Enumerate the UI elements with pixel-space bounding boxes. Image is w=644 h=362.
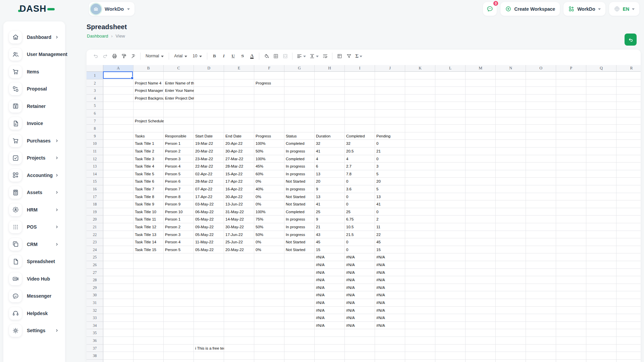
cell-J17[interactable]: 13	[375, 193, 405, 201]
cell-E21[interactable]: 30-May-22	[224, 223, 254, 231]
row-header-2[interactable]: 2	[87, 79, 103, 87]
cell-C19[interactable]: Person 10	[164, 208, 194, 216]
cell-I27[interactable]: #N/A	[345, 269, 375, 277]
column-header-H[interactable]: H	[315, 65, 345, 72]
select-all-corner[interactable]	[87, 65, 103, 72]
cell-D19[interactable]: 06-May-22	[194, 208, 224, 216]
row-header-11[interactable]: 11	[87, 147, 103, 155]
sidebar-item-video-hub[interactable]: Video Hub	[3, 270, 65, 288]
cell-B7[interactable]: Project Schedule	[133, 117, 164, 125]
cell-B21[interactable]: Task Title 12	[133, 223, 164, 231]
cell-H33[interactable]: #N/A	[315, 314, 345, 322]
row-header-9[interactable]: 9	[87, 132, 103, 140]
cell-C24[interactable]: Person 5	[164, 246, 194, 254]
row-header-14[interactable]: 14	[87, 170, 103, 178]
cell-D16[interactable]: 07-Apr-22	[194, 185, 224, 193]
cell-J18[interactable]: 41	[375, 200, 405, 208]
cell-I24[interactable]: 0	[345, 246, 375, 254]
cell-H12[interactable]: 4	[315, 155, 345, 163]
cell-F21[interactable]: 50%	[254, 223, 284, 231]
cell-B18[interactable]: Task Title 9	[133, 200, 164, 208]
cell-J32[interactable]: #N/A	[375, 307, 405, 314]
cell-D9[interactable]: Start Date	[194, 132, 224, 140]
cell-J34[interactable]: #N/A	[375, 322, 405, 329]
row-header-29[interactable]: 29	[87, 284, 103, 292]
clear-format-button[interactable]	[129, 52, 138, 60]
merge-cells-button[interactable]	[281, 52, 289, 60]
column-header-C[interactable]: C	[164, 65, 194, 72]
cell-C14[interactable]: Person 5	[164, 170, 194, 178]
cell-C21[interactable]: Person 2	[164, 223, 194, 231]
column-header-A[interactable]: A	[103, 65, 133, 72]
cell-E19[interactable]: 31-May-22	[224, 208, 254, 216]
cell-I30[interactable]: #N/A	[345, 291, 375, 299]
cell-J22[interactable]: 22	[375, 231, 405, 239]
sidebar-item-spreadsheet[interactable]: Spreadsheet	[3, 253, 65, 270]
cell-I19[interactable]: 25	[345, 208, 375, 216]
cell-E22[interactable]: 17-Jun-22	[224, 231, 254, 239]
cell-D21[interactable]: 09-May-22	[194, 223, 224, 231]
cell-F22[interactable]: 50%	[254, 231, 284, 239]
cell-F18[interactable]: 0%	[254, 200, 284, 208]
sidebar-item-retainer[interactable]: Retainer	[3, 98, 65, 115]
cell-C12[interactable]: Person 3	[164, 155, 194, 163]
cell-J25[interactable]: #N/A	[375, 253, 405, 261]
cell-E12[interactable]: 27-Mar-22	[224, 155, 254, 163]
cell-F16[interactable]: 40%	[254, 185, 284, 193]
cell-J19[interactable]: 0	[375, 208, 405, 216]
cell-E18[interactable]: 13-Jun-22	[224, 200, 254, 208]
back-button[interactable]	[625, 34, 637, 46]
cell-F2[interactable]: OverallProgress	[254, 79, 284, 87]
cell-C18[interactable]: Person 9	[164, 200, 194, 208]
sidebar-item-pos[interactable]: POS	[3, 219, 65, 236]
cell-H30[interactable]: #N/A	[315, 291, 345, 299]
cell-G20[interactable]: In progress	[284, 216, 315, 223]
column-header-E[interactable]: E	[224, 65, 254, 72]
row-header-24[interactable]: 24	[87, 246, 103, 254]
cell-B22[interactable]: Task Title 13	[133, 231, 164, 239]
breadcrumb-dashboard-link[interactable]: Dashboard	[87, 34, 108, 39]
cell-G18[interactable]: Not Started	[284, 200, 315, 208]
cell-H20[interactable]: 9	[315, 216, 345, 223]
cell-J9[interactable]: Pending	[375, 132, 405, 140]
row-header-21[interactable]: 21	[87, 223, 103, 231]
cell-H13[interactable]: 6	[315, 163, 345, 170]
row-header-23[interactable]: 23	[87, 238, 103, 246]
cell-I12[interactable]: 4	[345, 155, 375, 163]
cell-F11[interactable]: 50%	[254, 147, 284, 155]
column-header-I[interactable]: I	[345, 65, 375, 72]
row-header-13[interactable]: 13	[87, 163, 103, 170]
row-header-16[interactable]: 16	[87, 185, 103, 193]
cell-I14[interactable]: 7.8	[345, 170, 375, 178]
sidebar-item-assets[interactable]: Assets	[3, 184, 65, 201]
messages-button[interactable]: 0	[483, 2, 497, 16]
cell-B19[interactable]: Task Title 10	[133, 208, 164, 216]
cell-C23[interactable]: Person 4	[164, 238, 194, 246]
row-header-32[interactable]: 32	[87, 307, 103, 314]
cell-H22[interactable]: 43	[315, 231, 345, 239]
cell-I21[interactable]: 10.5	[345, 223, 375, 231]
cell-B11[interactable]: Task Title 2	[133, 147, 164, 155]
cell-H29[interactable]: #N/A	[315, 284, 345, 292]
column-header-G[interactable]: G	[284, 65, 315, 72]
cell-I9[interactable]: Completed	[345, 132, 375, 140]
cell-C17[interactable]: Person 8	[164, 193, 194, 201]
strikethrough-button[interactable]: S	[238, 52, 247, 60]
cell-J16[interactable]: 5	[375, 185, 405, 193]
cell-J23[interactable]: 45	[375, 238, 405, 246]
cell-F12[interactable]: 100%	[254, 155, 284, 163]
sidebar-item-messenger[interactable]: Messenger	[3, 288, 65, 305]
cell-H16[interactable]: 9	[315, 185, 345, 193]
language-selector[interactable]: EN	[609, 2, 639, 16]
row-header-26[interactable]: 26	[87, 261, 103, 269]
row-header-8[interactable]: 8	[87, 125, 103, 132]
cell-E24[interactable]: 20-May-22	[224, 246, 254, 254]
cell-I13[interactable]: 2.7	[345, 163, 375, 170]
filter-button[interactable]	[344, 52, 353, 60]
cell-G22[interactable]: In progress	[284, 231, 315, 239]
vertical-align-button[interactable]	[308, 52, 320, 60]
cell-H34[interactable]: #N/A	[315, 322, 345, 329]
cell-D20[interactable]: 05-May-22	[194, 216, 224, 223]
app-logo[interactable]: DASH	[19, 4, 55, 14]
column-header-O[interactable]: O	[526, 65, 556, 72]
